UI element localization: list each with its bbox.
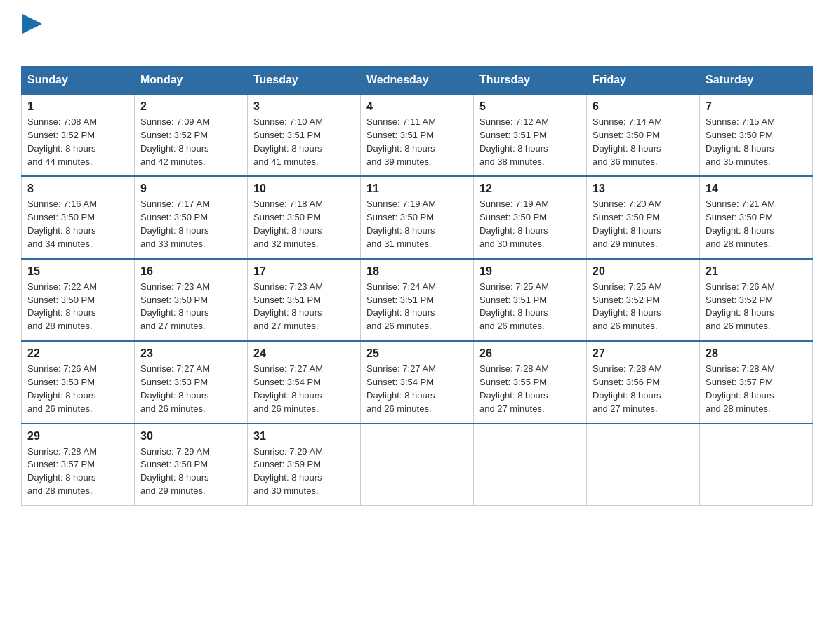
day-number: 18 — [366, 265, 468, 278]
header-tuesday: Tuesday — [248, 67, 361, 95]
day-number: 3 — [253, 100, 355, 113]
day-info: Sunrise: 7:20 AMSunset: 3:50 PMDaylight:… — [593, 198, 694, 250]
day-info: Sunrise: 7:28 AMSunset: 3:56 PMDaylight:… — [593, 363, 694, 415]
header-saturday: Saturday — [700, 67, 813, 95]
calendar-cell: 21 Sunrise: 7:26 AMSunset: 3:52 PMDaylig… — [700, 259, 813, 341]
day-info: Sunrise: 7:19 AMSunset: 3:50 PMDaylight:… — [366, 198, 468, 250]
day-info: Sunrise: 7:28 AMSunset: 3:55 PMDaylight:… — [479, 363, 581, 415]
header-sunday: Sunday — [22, 67, 135, 95]
calendar-cell: 15 Sunrise: 7:22 AMSunset: 3:50 PMDaylig… — [22, 259, 135, 341]
calendar-cell: 12 Sunrise: 7:19 AMSunset: 3:50 PMDaylig… — [474, 176, 587, 258]
header-wednesday: Wednesday — [361, 67, 474, 95]
calendar-cell: 25 Sunrise: 7:27 AMSunset: 3:54 PMDaylig… — [361, 341, 474, 423]
calendar-cell: 5 Sunrise: 7:12 AMSunset: 3:51 PMDayligh… — [474, 94, 587, 176]
day-number: 7 — [706, 100, 807, 113]
svg-marker-0 — [22, 14, 42, 34]
day-info: Sunrise: 7:23 AMSunset: 3:50 PMDaylight:… — [140, 281, 241, 333]
day-info: Sunrise: 7:09 AMSunset: 3:52 PMDaylight:… — [140, 116, 241, 168]
day-number: 17 — [253, 265, 355, 278]
calendar-cell: 9 Sunrise: 7:17 AMSunset: 3:50 PMDayligh… — [135, 176, 248, 258]
day-info: Sunrise: 7:22 AMSunset: 3:50 PMDaylight:… — [27, 281, 128, 333]
calendar-cell: 3 Sunrise: 7:10 AMSunset: 3:51 PMDayligh… — [248, 94, 361, 176]
calendar-cell: 23 Sunrise: 7:27 AMSunset: 3:53 PMDaylig… — [135, 341, 248, 423]
calendar-cell — [361, 424, 474, 506]
calendar-cell: 1 Sunrise: 7:08 AMSunset: 3:52 PMDayligh… — [22, 94, 135, 176]
header-thursday: Thursday — [474, 67, 587, 95]
logo — [21, 14, 42, 52]
calendar-week-row: 29 Sunrise: 7:28 AMSunset: 3:57 PMDaylig… — [22, 424, 813, 506]
day-number: 24 — [253, 347, 355, 360]
calendar-cell: 14 Sunrise: 7:21 AMSunset: 3:50 PMDaylig… — [700, 176, 813, 258]
day-info: Sunrise: 7:26 AMSunset: 3:52 PMDaylight:… — [706, 281, 807, 333]
calendar-cell: 30 Sunrise: 7:29 AMSunset: 3:58 PMDaylig… — [135, 424, 248, 506]
calendar-cell — [474, 424, 587, 506]
day-info: Sunrise: 7:14 AMSunset: 3:50 PMDaylight:… — [593, 116, 694, 168]
day-info: Sunrise: 7:16 AMSunset: 3:50 PMDaylight:… — [27, 198, 128, 250]
day-info: Sunrise: 7:27 AMSunset: 3:54 PMDaylight:… — [366, 363, 468, 415]
day-number: 29 — [27, 430, 128, 443]
day-info: Sunrise: 7:28 AMSunset: 3:57 PMDaylight:… — [27, 445, 128, 498]
page-header — [21, 14, 813, 52]
calendar-cell: 7 Sunrise: 7:15 AMSunset: 3:50 PMDayligh… — [700, 94, 813, 176]
day-info: Sunrise: 7:10 AMSunset: 3:51 PMDaylight:… — [253, 116, 355, 168]
calendar-cell — [700, 424, 813, 506]
day-number: 20 — [593, 265, 694, 278]
day-info: Sunrise: 7:28 AMSunset: 3:57 PMDaylight:… — [706, 363, 807, 415]
calendar-cell: 22 Sunrise: 7:26 AMSunset: 3:53 PMDaylig… — [22, 341, 135, 423]
day-info: Sunrise: 7:15 AMSunset: 3:50 PMDaylight:… — [706, 116, 807, 168]
calendar-week-row: 15 Sunrise: 7:22 AMSunset: 3:50 PMDaylig… — [22, 259, 813, 341]
day-number: 5 — [479, 100, 581, 113]
day-info: Sunrise: 7:21 AMSunset: 3:50 PMDaylight:… — [706, 198, 807, 250]
day-number: 8 — [27, 182, 128, 195]
header-friday: Friday — [587, 67, 700, 95]
day-number: 30 — [140, 430, 241, 443]
day-info: Sunrise: 7:17 AMSunset: 3:50 PMDaylight:… — [140, 198, 241, 250]
day-number: 11 — [366, 182, 468, 195]
day-number: 26 — [479, 347, 581, 360]
calendar-cell: 16 Sunrise: 7:23 AMSunset: 3:50 PMDaylig… — [135, 259, 248, 341]
calendar-cell: 26 Sunrise: 7:28 AMSunset: 3:55 PMDaylig… — [474, 341, 587, 423]
logo-icon — [22, 14, 42, 34]
day-info: Sunrise: 7:27 AMSunset: 3:54 PMDaylight:… — [253, 363, 355, 415]
day-info: Sunrise: 7:18 AMSunset: 3:50 PMDaylight:… — [253, 198, 355, 250]
day-number: 21 — [706, 265, 807, 278]
calendar-cell: 8 Sunrise: 7:16 AMSunset: 3:50 PMDayligh… — [22, 176, 135, 258]
day-number: 28 — [706, 347, 807, 360]
day-number: 1 — [27, 100, 128, 113]
calendar-week-row: 22 Sunrise: 7:26 AMSunset: 3:53 PMDaylig… — [22, 341, 813, 423]
day-info: Sunrise: 7:29 AMSunset: 3:59 PMDaylight:… — [253, 445, 355, 498]
calendar-cell: 4 Sunrise: 7:11 AMSunset: 3:51 PMDayligh… — [361, 94, 474, 176]
day-number: 4 — [366, 100, 468, 113]
day-number: 25 — [366, 347, 468, 360]
calendar-week-row: 8 Sunrise: 7:16 AMSunset: 3:50 PMDayligh… — [22, 176, 813, 258]
day-info: Sunrise: 7:23 AMSunset: 3:51 PMDaylight:… — [253, 281, 355, 333]
day-info: Sunrise: 7:11 AMSunset: 3:51 PMDaylight:… — [366, 116, 468, 168]
day-number: 9 — [140, 182, 241, 195]
day-info: Sunrise: 7:08 AMSunset: 3:52 PMDaylight:… — [27, 116, 128, 168]
day-number: 12 — [479, 182, 581, 195]
day-info: Sunrise: 7:26 AMSunset: 3:53 PMDaylight:… — [27, 363, 128, 415]
calendar-cell: 10 Sunrise: 7:18 AMSunset: 3:50 PMDaylig… — [248, 176, 361, 258]
calendar-cell: 31 Sunrise: 7:29 AMSunset: 3:59 PMDaylig… — [248, 424, 361, 506]
day-info: Sunrise: 7:25 AMSunset: 3:51 PMDaylight:… — [479, 281, 581, 333]
day-info: Sunrise: 7:19 AMSunset: 3:50 PMDaylight:… — [479, 198, 581, 250]
day-info: Sunrise: 7:25 AMSunset: 3:52 PMDaylight:… — [593, 281, 694, 333]
day-number: 10 — [253, 182, 355, 195]
day-info: Sunrise: 7:24 AMSunset: 3:51 PMDaylight:… — [366, 281, 468, 333]
day-number: 22 — [27, 347, 128, 360]
calendar-cell: 28 Sunrise: 7:28 AMSunset: 3:57 PMDaylig… — [700, 341, 813, 423]
day-info: Sunrise: 7:29 AMSunset: 3:58 PMDaylight:… — [140, 445, 241, 498]
day-number: 6 — [593, 100, 694, 113]
day-number: 23 — [140, 347, 241, 360]
calendar-cell: 19 Sunrise: 7:25 AMSunset: 3:51 PMDaylig… — [474, 259, 587, 341]
day-number: 15 — [27, 265, 128, 278]
calendar-table: SundayMondayTuesdayWednesdayThursdayFrid… — [21, 66, 813, 506]
day-number: 16 — [140, 265, 241, 278]
header-monday: Monday — [135, 67, 248, 95]
calendar-cell: 11 Sunrise: 7:19 AMSunset: 3:50 PMDaylig… — [361, 176, 474, 258]
calendar-header-row: SundayMondayTuesdayWednesdayThursdayFrid… — [22, 67, 813, 95]
calendar-cell: 6 Sunrise: 7:14 AMSunset: 3:50 PMDayligh… — [587, 94, 700, 176]
calendar-cell: 29 Sunrise: 7:28 AMSunset: 3:57 PMDaylig… — [22, 424, 135, 506]
calendar-cell: 17 Sunrise: 7:23 AMSunset: 3:51 PMDaylig… — [248, 259, 361, 341]
calendar-cell: 27 Sunrise: 7:28 AMSunset: 3:56 PMDaylig… — [587, 341, 700, 423]
